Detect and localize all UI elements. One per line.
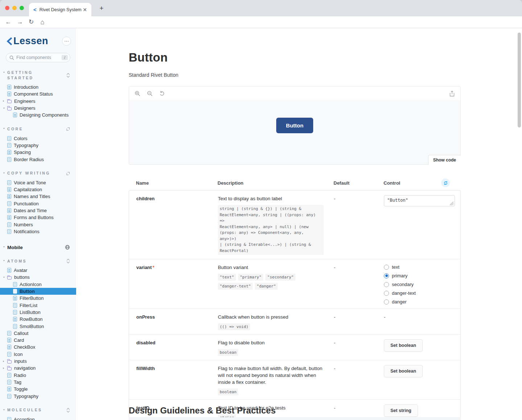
- sidebar-item-designers[interactable]: Designers: [0, 105, 76, 112]
- caret-down-icon[interactable]: [3, 260, 5, 261]
- home-icon[interactable]: ⌂: [38, 17, 47, 27]
- sidebar-item-border-radius[interactable]: Border Radius: [0, 156, 76, 163]
- radio-option-text[interactable]: text: [384, 264, 455, 270]
- radio-option-secondary[interactable]: secondary: [384, 282, 455, 287]
- sidebar-item-spacing[interactable]: Spacing: [0, 149, 76, 156]
- sidebar-item-toggle[interactable]: Toggle: [0, 386, 76, 392]
- sidebar-item-forms-and-buttons[interactable]: Forms and Buttons: [0, 214, 76, 221]
- back-icon[interactable]: ←: [4, 17, 13, 27]
- control-set-button[interactable]: Set string: [384, 404, 418, 417]
- section-header-copy-writing[interactable]: COPY WRITING: [0, 171, 76, 176]
- section-header-molecules[interactable]: MOLECULES: [0, 407, 76, 413]
- tab-close-icon[interactable]: ✕: [82, 7, 88, 13]
- radio-option-danger-text[interactable]: danger-text: [384, 290, 455, 296]
- search-input[interactable]: Find components /: [6, 53, 70, 62]
- forward-icon[interactable]: →: [15, 17, 25, 27]
- caret-right-icon[interactable]: [3, 360, 4, 362]
- sidebar-item-inputs[interactable]: inputs: [0, 358, 76, 365]
- sidebar-item-callout[interactable]: Callout: [0, 330, 76, 337]
- radio-option-danger[interactable]: danger: [384, 299, 455, 304]
- reset-controls-icon[interactable]: [441, 178, 450, 187]
- sidebar-item-filterlist[interactable]: FilterList: [0, 302, 76, 309]
- sidebar-item-accordion[interactable]: Accordion: [0, 416, 76, 420]
- sidebar-item-radio[interactable]: Radio: [0, 372, 76, 379]
- section-header-atoms[interactable]: ATOMS: [0, 258, 76, 264]
- radio-option-primary[interactable]: primary: [384, 273, 455, 278]
- zoom-reset-icon[interactable]: [159, 91, 165, 97]
- sidebar-item-engineers[interactable]: Engineers: [0, 98, 76, 105]
- radio-unchecked-icon[interactable]: [384, 291, 389, 296]
- sidebar-item-dates-and-time[interactable]: Dates and Time: [0, 207, 76, 214]
- show-code-button[interactable]: Show code: [428, 155, 461, 165]
- sidebar-item-label: Button: [20, 289, 35, 294]
- expand-all-icon[interactable]: [66, 73, 70, 78]
- doc-icon: [7, 92, 11, 96]
- browser-tab[interactable]: < Rivet Design System ✕: [29, 3, 91, 16]
- sidebar-item-icon[interactable]: Icon: [0, 351, 76, 358]
- radio-unchecked-icon[interactable]: [384, 265, 389, 270]
- caret-down-icon[interactable]: [3, 172, 5, 173]
- scrollbar-thumb[interactable]: [518, 33, 521, 127]
- sidebar-item-navigation[interactable]: navigation: [0, 365, 76, 371]
- sidebar-item-voice-and-tone[interactable]: Voice and Tone: [0, 179, 76, 186]
- expand-all-icon[interactable]: [66, 408, 70, 413]
- radio-unchecked-icon[interactable]: [384, 282, 389, 287]
- sidebar-item-punctuation[interactable]: Punctuation: [0, 200, 76, 207]
- sidebar-item-names-and-titles[interactable]: Names and Titles: [0, 193, 76, 200]
- caret-down-icon[interactable]: [3, 246, 5, 247]
- caret-down-icon[interactable]: [3, 409, 5, 410]
- caret-right-icon[interactable]: [3, 100, 4, 102]
- sidebar-item-filterbutton[interactable]: FilterButton: [0, 295, 76, 302]
- section-title: CORE: [7, 126, 56, 132]
- radio-unchecked-icon[interactable]: [384, 299, 389, 304]
- section-header-core[interactable]: CORE: [0, 126, 76, 132]
- sidebar-item-typography[interactable]: Typography: [0, 142, 76, 149]
- sidebar-item-smolbutton[interactable]: SmolButton: [0, 323, 76, 329]
- close-window-button[interactable]: [5, 6, 9, 10]
- control-set-button[interactable]: Set boolean: [384, 365, 423, 377]
- sidebar-item-introduction[interactable]: Introduction: [0, 84, 76, 91]
- sidebar-item-rowbutton[interactable]: RowButton: [0, 316, 76, 323]
- sidebar-item-component-status[interactable]: Component Status: [0, 91, 76, 97]
- sidebar-item-buttons[interactable]: buttons: [0, 274, 76, 281]
- control-set-button[interactable]: Set boolean: [384, 339, 423, 352]
- caret-right-icon[interactable]: [3, 367, 4, 369]
- caret-down-icon[interactable]: [3, 128, 5, 129]
- sidebar-item-avatar[interactable]: Avatar: [0, 267, 76, 274]
- sidebar-item-designing-components[interactable]: Designing Components: [0, 112, 76, 118]
- sidebar-item-listbutton[interactable]: ListButton: [0, 309, 76, 316]
- zoom-out-icon[interactable]: [147, 91, 153, 97]
- sidebar-item-notifications[interactable]: Notifications: [0, 228, 76, 235]
- sidebar-item-label: Names and Titles: [14, 194, 50, 199]
- sidebar-item-capitalization[interactable]: Capitalization: [0, 186, 76, 193]
- section-items: IntroductionComponent StatusEngineersDes…: [0, 84, 76, 118]
- caret-down-icon[interactable]: [3, 108, 5, 109]
- reload-icon[interactable]: ↻: [26, 17, 36, 27]
- radio-checked-icon[interactable]: [384, 273, 389, 278]
- sidebar-item-card[interactable]: Card: [0, 337, 76, 344]
- collapse-all-icon[interactable]: [66, 171, 70, 176]
- sidebar-menu-button[interactable]: ⋯: [62, 37, 71, 46]
- sidebar-item-mobile[interactable]: Mobile: [0, 244, 76, 251]
- sidebar-item-typography[interactable]: Typography: [0, 392, 76, 399]
- minimize-window-button[interactable]: [12, 6, 17, 10]
- caret-down-icon[interactable]: [3, 277, 5, 278]
- share-icon[interactable]: [449, 91, 455, 97]
- sidebar-item-colors[interactable]: Colors: [0, 135, 76, 142]
- workspace: Lessen ⋯ Find components / GETTING START…: [0, 28, 522, 420]
- zoom-in-icon[interactable]: [134, 91, 141, 97]
- caret-down-icon[interactable]: [3, 72, 5, 73]
- new-tab-button[interactable]: +: [97, 4, 106, 13]
- demo-primary-button[interactable]: Button: [276, 118, 313, 133]
- sidebar-item-checkbox[interactable]: CheckBox: [0, 344, 76, 350]
- expand-all-icon[interactable]: [66, 259, 70, 264]
- fullscreen-window-button[interactable]: [20, 6, 24, 10]
- logo[interactable]: Lessen ⋯: [0, 28, 76, 47]
- sidebar-item-numbers[interactable]: Numbers: [0, 221, 76, 228]
- sidebar-item-tag[interactable]: Tag: [0, 379, 76, 386]
- collapse-all-icon[interactable]: [66, 126, 70, 131]
- section-header-getting-started[interactable]: GETTING STARTED: [0, 70, 76, 81]
- control-textarea[interactable]: [384, 195, 455, 206]
- sidebar-item-actionicon[interactable]: ActionIcon: [0, 281, 76, 288]
- sidebar-item-button[interactable]: Button: [0, 288, 76, 295]
